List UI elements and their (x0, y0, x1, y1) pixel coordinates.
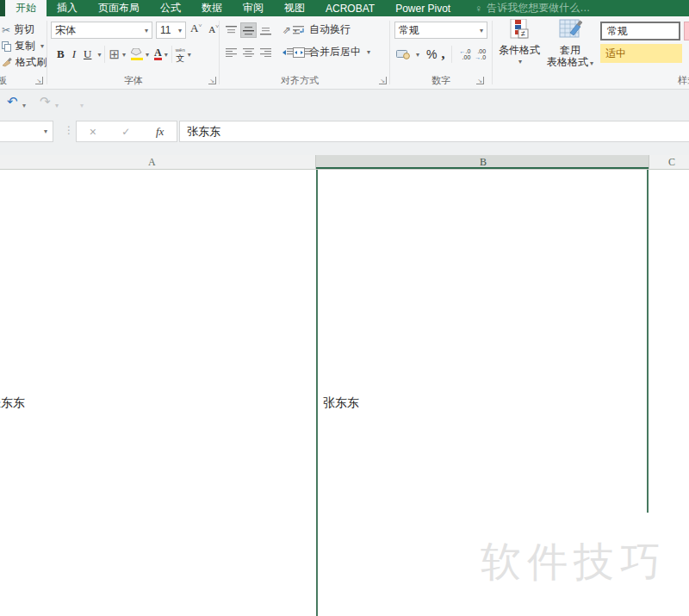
clipboard-dialog-launcher[interactable]: ↘ (35, 77, 43, 84)
selection-border-left (316, 170, 318, 616)
qat-customize-button[interactable]: ▾ (80, 99, 84, 112)
caret-up-icon: ˅ (198, 22, 202, 29)
align-bottom-button[interactable] (258, 22, 274, 38)
header-gridline (649, 155, 649, 169)
cell-a-value[interactable]: 张东东 (0, 395, 25, 411)
undo-button[interactable]: ↶ (7, 95, 18, 108)
ribbon-home: ✂ 剪切 复制 ▾ 格式刷 剪贴板 ↘ 宋体 ▾ 11 ▾ A˅ A˅ B I … (0, 16, 689, 90)
decrease-decimal-button[interactable]: .00→.0 (475, 48, 486, 60)
paint-bucket-icon (131, 48, 143, 56)
format-painter-icon (2, 58, 12, 67)
font-size-select[interactable]: 11 ▾ (156, 22, 186, 39)
accounting-format-button[interactable] (396, 49, 410, 59)
fill-color-button[interactable] (131, 48, 143, 60)
formula-bar-area: ↶ ▾ ↷ ▾ ▾ ▾ ⋮ × ✓ fx 张东东 (0, 90, 689, 155)
column-header-b-selected[interactable]: B (315, 155, 649, 169)
tell-me-label: 告诉我您想要做什么… (487, 1, 590, 16)
font-color-button[interactable]: A (154, 48, 162, 60)
group-separator (492, 21, 493, 84)
chevron-down-icon: ▾ (164, 51, 168, 59)
redo-button[interactable]: ↷ (40, 95, 51, 108)
column-header-c[interactable]: C (668, 156, 675, 169)
tab-review[interactable]: 审阅 (233, 0, 274, 16)
formula-input[interactable]: 张东东 (179, 121, 689, 142)
tab-home[interactable]: 开始 (5, 0, 47, 16)
tab-data[interactable]: 数据 (191, 0, 233, 16)
cut-button[interactable]: ✂ 剪切 (2, 22, 34, 37)
chevron-down-icon: ▾ (40, 42, 44, 50)
font-dialog-launcher[interactable]: ↘ (208, 77, 216, 84)
conditional-formatting-button[interactable]: ≠ 条件格式 ▾ (496, 19, 543, 68)
selection-border-right (647, 170, 649, 513)
redo-dropdown[interactable]: ▾ (55, 99, 59, 112)
header-gridline (315, 155, 316, 169)
tab-acrobat[interactable]: ACROBAT (315, 0, 385, 16)
group-separator (389, 21, 390, 84)
number-format-select[interactable]: 常规 ▾ (394, 22, 487, 39)
font-name-select[interactable]: 宋体 ▾ (51, 22, 152, 39)
cell-style-neutral[interactable]: 适中 (600, 44, 682, 63)
tab-power-pivot[interactable]: Power Pivot (385, 0, 461, 16)
svg-text:≠: ≠ (521, 29, 525, 38)
align-middle-button[interactable] (240, 22, 257, 38)
tab-page-layout[interactable]: 页面布局 (88, 0, 150, 16)
grow-font-button[interactable]: A˅ (190, 22, 202, 35)
group-separator (47, 21, 47, 84)
chevron-down-icon: ▾ (178, 27, 182, 34)
format-painter-button[interactable]: 格式刷 (2, 55, 47, 70)
align-right-button[interactable] (258, 45, 274, 60)
tell-me-box[interactable]: ♀ 告诉我您想要做什么… (475, 0, 590, 16)
enter-icon[interactable]: ✓ (121, 126, 130, 138)
cell-b-value[interactable]: 张东东 (323, 395, 359, 411)
increase-decimal-button[interactable]: ←.0.00 (459, 48, 470, 60)
cell-style-bad[interactable] (684, 22, 689, 40)
column-header-a[interactable]: A (148, 156, 156, 169)
phonetic-guide-button[interactable]: wěn文 (176, 47, 185, 62)
merge-center-button[interactable]: 合并后居中 ▾ (293, 45, 370, 59)
number-dialog-launcher[interactable]: ↘ (476, 77, 484, 84)
tab-formulas[interactable]: 公式 (150, 0, 191, 16)
chevron-down-icon: ▾ (44, 128, 47, 135)
comma-style-button[interactable]: , (441, 47, 444, 62)
scissors-icon: ✂ (2, 24, 10, 36)
italic-button[interactable]: I (69, 47, 79, 61)
align-top-button[interactable] (223, 22, 239, 38)
mini-separator (451, 46, 452, 63)
chevron-down-icon: ▾ (590, 59, 593, 67)
arrow-left-icon: ← (459, 48, 465, 54)
wrap-text-button[interactable]: 自动换行 (293, 22, 351, 37)
percent-style-button[interactable]: % (426, 47, 437, 61)
column-header-row: A B C (0, 155, 689, 170)
worksheet-grid[interactable]: 张东东 张东东 软件技巧 (0, 170, 689, 616)
tab-view[interactable]: 视图 (274, 0, 315, 16)
merge-center-icon (293, 47, 305, 58)
borders-button[interactable]: ⊞ (109, 47, 120, 62)
lightbulb-icon: ♀ (475, 3, 482, 15)
name-box[interactable]: ▾ (0, 121, 53, 142)
underline-button[interactable]: U (80, 47, 95, 61)
chevron-down-icon: ▾ (480, 27, 483, 34)
orientation-button[interactable]: ⇗ (282, 24, 291, 36)
chevron-down-icon: ▾ (97, 51, 101, 59)
copy-button[interactable]: 复制 ▾ (2, 39, 44, 53)
bold-button[interactable]: B (53, 47, 68, 61)
cancel-icon[interactable]: × (90, 125, 96, 139)
tab-insert[interactable]: 插入 (47, 0, 88, 16)
align-left-button[interactable] (223, 45, 239, 60)
chevron-down-icon: ▾ (498, 56, 543, 68)
chevron-down-icon: ▾ (367, 48, 370, 56)
format-as-table-icon (558, 19, 582, 41)
copy-icon (2, 41, 11, 52)
align-center-button[interactable] (240, 45, 257, 60)
name-box-resizer[interactable]: ⋮ (64, 124, 74, 136)
cell-style-normal[interactable]: 常规 (600, 22, 680, 40)
undo-dropdown[interactable]: ▾ (22, 99, 26, 112)
number-group-label: 数字 (431, 74, 450, 87)
conditional-formatting-icon: ≠ (508, 19, 531, 41)
shrink-font-button[interactable]: A˅ (208, 23, 219, 34)
insert-function-button[interactable]: fx (156, 125, 164, 139)
alignment-group-label: 对齐方式 (281, 74, 319, 87)
format-as-table-button[interactable]: 套用 表格格式▾ (544, 19, 596, 70)
alignment-dialog-launcher[interactable]: ↘ (379, 77, 387, 84)
clipboard-group-label: 剪贴板 (0, 74, 7, 87)
